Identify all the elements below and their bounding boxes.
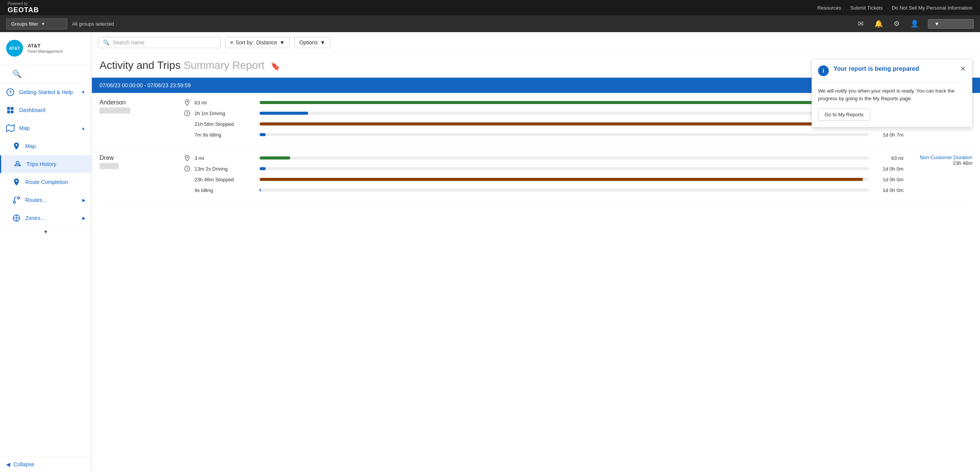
clock-icon-2	[184, 165, 191, 172]
sidebar-item-label-getting-started: Getting Started & Help	[19, 89, 77, 95]
stat-row-stopped-2: 23h 46m Stopped 1d 0h 0m	[184, 176, 903, 183]
stat-bar-stopped-2	[260, 178, 869, 181]
options-label: Options	[299, 39, 318, 46]
resources-link[interactable]: Resources	[817, 5, 841, 11]
search-box[interactable]: 🔍	[98, 37, 220, 48]
notification-body-text: We will notify you when your report is r…	[818, 87, 966, 102]
top-nav: Powered by GEOTAB Resources Submit Ticke…	[0, 0, 980, 15]
notification-close-button[interactable]: ✕	[960, 65, 966, 72]
collapse-icon: ◀	[6, 461, 10, 467]
user-icon-button[interactable]: 👤	[909, 18, 920, 29]
notification-title: Your report is being prepared	[833, 65, 956, 72]
driver-stats-2: 3 mi 63 mi 13m 2s Driving	[184, 155, 903, 197]
map-sub-icon	[12, 142, 21, 150]
map-expand-icon: ▲	[81, 126, 85, 130]
clock-icon-1	[184, 110, 191, 117]
svg-rect-3	[11, 107, 13, 110]
bell-icon-button[interactable]: 🔔	[873, 18, 884, 29]
go-to-my-reports-button[interactable]: Go to My Reports	[818, 108, 870, 121]
sidebar-item-map-parent[interactable]: Map ▲	[0, 119, 91, 137]
stat-row-distance: 63 mi 63 mi	[184, 99, 903, 106]
groups-filter-chevron-icon: ▼	[41, 22, 45, 26]
sort-button[interactable]: ≡ Sort by: Distance ▼	[225, 37, 290, 48]
search-input[interactable]	[113, 39, 216, 46]
stat-row-distance-2: 3 mi 63 mi	[184, 155, 903, 161]
stat-row-idling-2: 9s Idling 1d 0h 0m	[184, 187, 903, 194]
trips-icon	[13, 160, 22, 168]
stat-value-idling-1: 1d 0h 7m	[873, 132, 903, 138]
route-completion-icon	[12, 178, 21, 186]
sidebar-item-label-route-completion: Route Completion	[25, 179, 85, 185]
sidebar-item-zones[interactable]: Zones... ▶	[0, 209, 91, 227]
zones-expand-icon: ▶	[82, 216, 85, 221]
submit-tickets-link[interactable]: Submit Tickets	[850, 5, 883, 11]
stat-label-stopped-2: 23h 46m Stopped	[194, 177, 256, 182]
sidebar-item-routes[interactable]: Routes... ▶	[0, 191, 91, 209]
sidebar: AT&T AT&T Fleet Management 🔍 ? Getting S…	[0, 32, 92, 472]
notification-popup: i Your report is being prepared ✕ We wil…	[812, 59, 972, 127]
stat-label-driving-2: 13m 2s Driving	[194, 166, 256, 172]
svg-rect-4	[7, 111, 10, 113]
svg-rect-2	[7, 107, 10, 110]
top-nav-left: Powered by GEOTAB	[8, 2, 39, 14]
report-title: Activity and Trips Summary Report 🔖	[100, 59, 280, 71]
table-row: Drew 3 mi 63 mi	[100, 148, 972, 204]
sidebar-item-route-completion[interactable]: Route Completion	[0, 173, 91, 191]
do-not-sell-link[interactable]: Do Not Sell My Personal Information	[892, 5, 972, 11]
svg-marker-6	[7, 125, 14, 132]
stat-value-distance-2: 63 mi	[873, 155, 903, 161]
sort-value: Distance	[256, 39, 277, 46]
mail-icon-button[interactable]: ✉	[856, 18, 865, 29]
sidebar-collapse-button[interactable]: ◀ Collapse	[0, 456, 91, 472]
map-parent-icon	[6, 124, 15, 132]
stat-label-idling-2: 9s Idling	[194, 187, 256, 193]
notification-body: We will notify you when your report is r…	[812, 83, 972, 127]
distance-icon-2	[184, 155, 191, 161]
user-dropdown[interactable]: ▼	[928, 19, 974, 29]
non-customer-value-2: 23h 46m	[911, 160, 972, 166]
stat-value-driving-2: 1d 0h 0m	[873, 166, 903, 172]
sidebar-item-getting-started[interactable]: ? Getting Started & Help ▼	[0, 83, 91, 101]
collapse-label: Collapse	[13, 461, 34, 467]
svg-rect-5	[11, 111, 13, 113]
stat-bar-fill-stopped-1	[260, 122, 820, 125]
stat-bar-fill-driving-2	[260, 167, 266, 170]
sidebar-brand: AT&T Fleet Management	[28, 43, 63, 54]
sidebar-item-dashboard[interactable]: Dashboard	[0, 101, 91, 119]
getting-started-expand-icon: ▼	[81, 90, 85, 94]
stopped-spacer-1	[184, 120, 191, 127]
driver-name-2: Drew	[100, 155, 176, 161]
sidebar-item-label-dashboard: Dashboard	[19, 107, 85, 113]
distance-icon	[184, 99, 191, 106]
groups-filter-label: Groups filter	[11, 21, 38, 27]
sidebar-item-map[interactable]: Map	[0, 137, 91, 155]
stat-row-driving: 2h 1m Driving 1d 0h 7m	[184, 110, 903, 117]
svg-point-9	[18, 197, 20, 199]
options-button[interactable]: Options ▼	[294, 37, 330, 48]
options-chevron-icon: ▼	[320, 39, 325, 46]
search-icon[interactable]: 🔍	[6, 67, 28, 81]
help-icon: ?	[6, 88, 15, 96]
stat-value-stopped-2: 1d 0h 0m	[873, 177, 903, 182]
svg-point-7	[16, 161, 19, 164]
report-title-part1: Activity and Trips	[100, 59, 181, 71]
driver-stats: 63 mi 63 mi 2h 1m Driving	[184, 99, 903, 142]
bookmark-icon[interactable]: 🔖	[271, 62, 280, 70]
driver-name: Anderson	[100, 99, 176, 106]
geotab-logo: GEOTAB	[8, 6, 39, 14]
notification-header: i Your report is being prepared ✕	[812, 59, 972, 83]
sort-label: Sort by:	[235, 39, 254, 46]
toolbar: 🔍 ≡ Sort by: Distance ▼ Options ▼	[92, 32, 980, 53]
sidebar-scroll-down[interactable]: ▼	[0, 227, 91, 236]
top-nav-right: Resources Submit Tickets Do Not Sell My …	[817, 5, 972, 11]
content-area: 🔍 ≡ Sort by: Distance ▼ Options ▼ Activi…	[92, 32, 980, 472]
groups-filter-button[interactable]: Groups filter ▼	[6, 18, 67, 29]
stat-row-stopped-1: 21h 58m Stopped 1d 0h 7m	[184, 120, 903, 127]
stat-bar-fill-idling-1	[260, 133, 266, 136]
sidebar-item-trips-history[interactable]: Trips History	[0, 155, 91, 173]
gear-icon-button[interactable]: ⚙	[892, 18, 901, 29]
stat-label-distance-1: 63 mi	[194, 100, 256, 106]
sidebar-item-label-routes: Routes...	[25, 197, 78, 203]
stat-bar-stopped-1	[260, 122, 869, 125]
svg-text:?: ?	[9, 90, 12, 95]
